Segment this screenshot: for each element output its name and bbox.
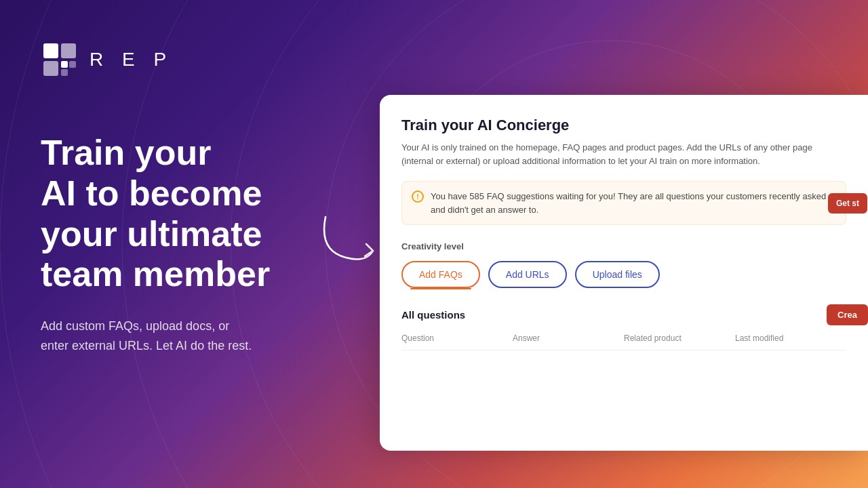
svg-rect-10 xyxy=(61,61,68,68)
col-related-product: Related product xyxy=(624,333,735,343)
logo-icon xyxy=(41,41,79,79)
modal-title: Train your AI Concierge xyxy=(401,117,846,134)
tabs-row: Add FAQs Add URLs Upload files xyxy=(401,261,846,288)
get-started-button[interactable]: Get st xyxy=(828,193,867,214)
modal-card: Train your AI Concierge Your AI is only … xyxy=(380,95,868,451)
tab-add-urls[interactable]: Add URLs xyxy=(488,261,567,288)
tab-upload-files[interactable]: Upload files xyxy=(575,261,660,288)
questions-title: All questions xyxy=(401,309,465,321)
creativity-label: Creativity level xyxy=(401,241,846,251)
questions-table: Question Answer Related product Last mod… xyxy=(401,333,846,451)
questions-header: All questions Crea xyxy=(401,304,846,325)
col-question: Question xyxy=(401,333,513,343)
svg-rect-8 xyxy=(61,43,76,58)
col-last-modified: Last modified xyxy=(735,333,846,343)
info-banner: ! You have 585 FAQ suggestions waiting f… xyxy=(401,181,846,225)
modal-description: Your AI is only trained on the homepage,… xyxy=(401,141,846,167)
col-answer: Answer xyxy=(513,333,624,343)
svg-rect-9 xyxy=(43,61,58,76)
table-body xyxy=(401,356,846,451)
logo-text: R E P xyxy=(90,49,173,70)
hero-subtitle: Add custom FAQs, upload docs, or enter e… xyxy=(41,317,339,356)
info-banner-text: You have 585 FAQ suggestions waiting for… xyxy=(431,190,836,216)
tab-add-faqs[interactable]: Add FAQs xyxy=(401,261,480,288)
logo: R E P xyxy=(41,41,353,79)
svg-rect-11 xyxy=(69,61,76,68)
svg-rect-7 xyxy=(43,43,58,58)
table-header: Question Answer Related product Last mod… xyxy=(401,333,846,350)
info-icon: ! xyxy=(412,190,424,203)
svg-rect-12 xyxy=(61,69,68,76)
create-button[interactable]: Crea xyxy=(827,304,868,325)
